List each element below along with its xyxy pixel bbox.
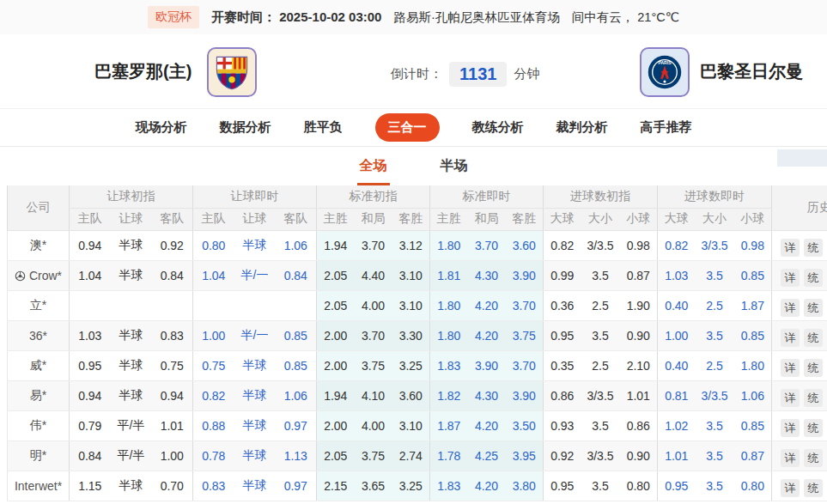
odds-cell: 4.10 xyxy=(355,380,392,410)
odds-cell: 2.5 xyxy=(696,290,734,320)
odds-cell: 半/一 xyxy=(234,260,276,290)
col-sub-header: 客胜 xyxy=(506,208,544,230)
odds-cell: 3.90 xyxy=(506,380,544,410)
odds-cell: 4.40 xyxy=(355,260,392,290)
stats-button[interactable]: 统 xyxy=(804,329,823,347)
odds-cell: 4.30 xyxy=(468,260,506,290)
odds-cell: 0.75 xyxy=(152,350,193,380)
detail-button[interactable]: 详 xyxy=(781,449,800,467)
odds-cell: 3.10 xyxy=(392,260,430,290)
odds-cell: 4.20 xyxy=(468,320,506,350)
detail-button[interactable]: 详 xyxy=(781,389,800,407)
odds-cell: 1.04 xyxy=(193,260,234,290)
odds-cell: 2.05 xyxy=(317,290,355,320)
home-team-logo xyxy=(207,47,257,97)
away-team-name: 巴黎圣日尔曼 xyxy=(700,60,803,83)
odds-cell: 半/一 xyxy=(234,320,276,350)
detail-button[interactable]: 详 xyxy=(781,239,800,257)
svg-text:PARIS: PARIS xyxy=(658,60,672,65)
odds-cell: 2.05 xyxy=(317,260,355,290)
odds-cell: 0.85 xyxy=(734,410,772,440)
tab-win-draw-lose[interactable]: 胜平负 xyxy=(304,119,343,136)
odds-cell: 1.80 xyxy=(734,350,772,380)
odds-cell: 3.75 xyxy=(355,350,392,380)
tab-three-in-one[interactable]: 三合一 xyxy=(375,113,440,142)
odds-cell: 0.90 xyxy=(620,320,658,350)
history-cell: 详统 xyxy=(772,471,827,501)
odds-cell: 1.02 xyxy=(658,410,696,440)
odds-cell: 3/3.5 xyxy=(696,230,734,260)
stats-button[interactable]: 统 xyxy=(804,479,823,497)
tab-coach-analysis[interactable]: 教练分析 xyxy=(472,119,524,136)
tab-referee-analysis[interactable]: 裁判分析 xyxy=(556,119,608,136)
subtab-half-match[interactable]: 半场 xyxy=(438,150,471,185)
odds-cell: 2.5 xyxy=(581,290,620,320)
stats-button[interactable]: 统 xyxy=(804,449,823,467)
detail-button[interactable]: 详 xyxy=(781,269,800,287)
odds-cell: 0.97 xyxy=(276,471,317,501)
tab-live-analysis[interactable]: 现场分析 xyxy=(136,119,187,136)
detail-button[interactable]: 详 xyxy=(781,299,800,317)
col-header-history: 历史 xyxy=(772,185,827,230)
period-subtabs: 全场 半场 xyxy=(0,147,827,185)
odds-cell: 3/3.5 xyxy=(581,440,620,471)
venue-name: 路易斯·孔帕尼奥林匹亚体育场 xyxy=(393,9,559,26)
odds-cell: 1.94 xyxy=(317,380,355,410)
odds-cell: 0.79 xyxy=(70,410,111,440)
odds-cell: 半球 xyxy=(111,260,152,290)
kickoff-value: 2025-10-02 03:00 xyxy=(279,9,381,24)
detail-button[interactable]: 详 xyxy=(781,359,800,377)
odds-cell: 0.78 xyxy=(193,440,234,471)
stats-button[interactable]: 统 xyxy=(804,419,823,437)
odds-cell: 4.20 xyxy=(468,471,506,501)
odds-cell: 3.70 xyxy=(468,230,506,260)
match-header: 巴塞罗那(主) 倒计时： 1131 分钟 xyxy=(0,34,827,108)
odds-cell: 3.5 xyxy=(581,320,620,350)
stats-button[interactable]: 统 xyxy=(804,239,823,257)
odds-cell: 1.87 xyxy=(430,410,468,440)
odds-cell: 1.13 xyxy=(276,440,317,471)
odds-cell: 3.65 xyxy=(355,471,392,501)
stats-button[interactable]: 统 xyxy=(804,299,823,317)
company-name: Crow* xyxy=(8,260,70,290)
odds-cell: 1.06 xyxy=(276,380,317,410)
odds-cell: 0.84 xyxy=(152,260,193,290)
tab-expert-picks[interactable]: 高手推荐 xyxy=(641,119,692,136)
odds-cell: 1.78 xyxy=(430,440,468,471)
detail-button[interactable]: 详 xyxy=(781,479,800,497)
odds-cell: 0.82 xyxy=(544,230,581,260)
detail-button[interactable]: 详 xyxy=(781,419,800,437)
odds-cell: 半球 xyxy=(111,471,152,501)
odds-cell: 半球 xyxy=(234,410,276,440)
tab-data-analysis[interactable]: 数据分析 xyxy=(220,119,271,136)
col-sub-header: 小球 xyxy=(734,208,772,230)
detail-button[interactable]: 详 xyxy=(781,329,800,347)
odds-cell: 0.85 xyxy=(734,320,772,350)
odds-cell: 3.5 xyxy=(581,410,620,440)
stats-button[interactable]: 统 xyxy=(804,269,823,287)
col-sub-header: 和局 xyxy=(468,208,506,230)
odds-cell: 0.80 xyxy=(620,471,658,501)
col-sub-header: 大球 xyxy=(658,208,696,230)
odds-cell: 半球 xyxy=(234,380,276,410)
odds-cell: 0.86 xyxy=(544,380,581,410)
odds-cell: 0.95 xyxy=(544,320,581,350)
odds-cell: 3.30 xyxy=(392,320,430,350)
col-sub-header: 客胜 xyxy=(392,208,430,230)
odds-cell: 0.94 xyxy=(70,380,111,410)
odds-cell: 1.81 xyxy=(430,260,468,290)
stats-button[interactable]: 统 xyxy=(804,359,823,377)
stats-button[interactable]: 统 xyxy=(804,389,823,407)
col-sub-header: 主队 xyxy=(193,208,234,230)
company-name: 澳* xyxy=(8,230,70,260)
subtab-full-match[interactable]: 全场 xyxy=(357,150,390,185)
odds-table-container: 公司 让球初指 让球即时 标准初指 标准即时 进球数初指 进球数即时 历史 主队… xyxy=(7,185,827,501)
odds-cell: 1.94 xyxy=(317,230,355,260)
odds-cell: 0.95 xyxy=(544,471,581,501)
odds-cell: 半球 xyxy=(234,350,276,380)
countdown-value: 1131 xyxy=(449,62,507,87)
odds-cell: 0.99 xyxy=(544,260,581,290)
odds-cell: 0.86 xyxy=(620,410,658,440)
odds-table: 公司 让球初指 让球即时 标准初指 标准即时 进球数初指 进球数即时 历史 主队… xyxy=(7,185,827,501)
odds-cell: 0.75 xyxy=(193,350,234,380)
